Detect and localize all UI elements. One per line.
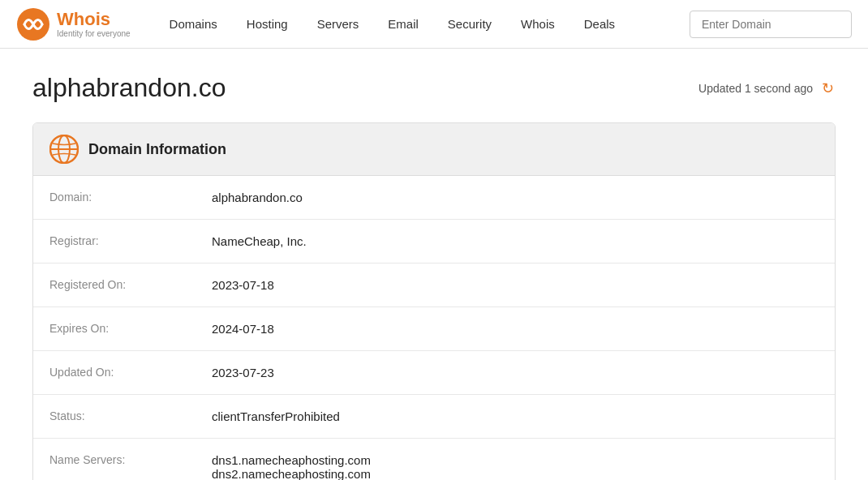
domain-title: alphabrandon.co [32, 73, 226, 103]
field-value: NameCheap, Inc. [196, 220, 835, 264]
field-label: Registrar: [33, 220, 196, 264]
table-row: Registrar:NameCheap, Inc. [33, 220, 835, 264]
field-label: Domain: [33, 176, 196, 220]
card-header-title: Domain Information [88, 141, 226, 158]
domain-header: alphabrandon.co Updated 1 second ago ↻ [32, 73, 836, 103]
nav-item-servers[interactable]: Servers [303, 0, 374, 49]
table-row: Updated On:2023-07-23 [33, 351, 835, 395]
www-icon [49, 135, 79, 164]
table-row: Name Servers:dns1.namecheaphosting.comdn… [33, 439, 835, 481]
logo[interactable]: Whois Identity for everyone [16, 7, 131, 41]
nav-item-domains[interactable]: Domains [155, 0, 232, 49]
search-area [690, 11, 852, 38]
field-value: clientTransferProhibited [196, 395, 835, 439]
field-label: Name Servers: [33, 439, 196, 481]
table-row: Expires On:2024-07-18 [33, 307, 835, 351]
card-header: Domain Information [33, 123, 835, 176]
updated-text: Updated 1 second ago [698, 82, 813, 95]
brand-tagline: Identity for everyone [57, 29, 131, 38]
table-row: Domain:alphabrandon.co [33, 176, 835, 220]
brand-name: Whois [57, 10, 131, 29]
field-value: 2023-07-23 [196, 351, 835, 395]
field-value: 2024-07-18 [196, 307, 835, 351]
nav-item-email[interactable]: Email [373, 0, 433, 49]
nav-item-hosting[interactable]: Hosting [232, 0, 303, 49]
nav-item-security[interactable]: Security [433, 0, 506, 49]
search-input[interactable] [690, 11, 852, 38]
field-value: 2023-07-18 [196, 264, 835, 307]
table-row: Registered On:2023-07-18 [33, 264, 835, 307]
updated-info: Updated 1 second ago ↻ [698, 80, 836, 96]
field-label: Updated On: [33, 351, 196, 395]
nav-item-whois[interactable]: Whois [506, 0, 569, 49]
field-label: Status: [33, 395, 196, 439]
info-table: Domain:alphabrandon.coRegistrar:NameChea… [33, 176, 835, 480]
nav-item-deals[interactable]: Deals [569, 0, 630, 49]
field-value: dns1.namecheaphosting.comdns2.namecheaph… [196, 439, 835, 481]
table-row: Status:clientTransferProhibited [33, 395, 835, 439]
field-label: Expires On: [33, 307, 196, 351]
domain-card: Domain Information Domain:alphabrandon.c… [32, 122, 836, 480]
refresh-icon[interactable]: ↻ [819, 80, 836, 96]
field-label: Registered On: [33, 264, 196, 307]
field-value: alphabrandon.co [196, 176, 835, 220]
